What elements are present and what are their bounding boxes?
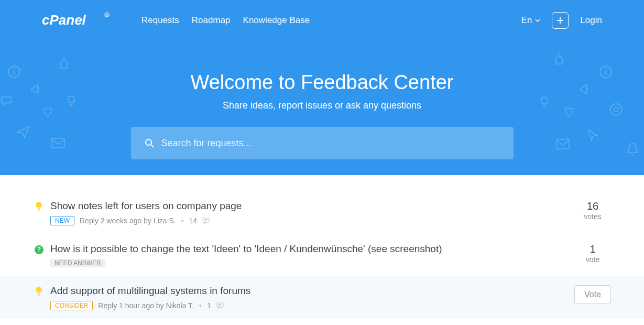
clap-deco-icon	[57, 57, 71, 71]
clap-deco-right-icon	[552, 52, 565, 66]
bulb-deco-icon	[65, 94, 78, 107]
row-main: How is it possible to change the text 'I…	[50, 243, 566, 267]
add-button[interactable]	[552, 12, 569, 29]
request-row[interactable]: Add support of multilingual systems in f…	[0, 276, 644, 319]
vote-block: 16 votes	[566, 200, 619, 221]
help-icon: ?	[35, 245, 43, 254]
request-meta: CONSIDER Reply 1 hour ago by Nikola T. •…	[50, 301, 566, 310]
vote-count: 1	[566, 243, 619, 255]
svg-text:R: R	[106, 14, 108, 17]
nav-requests[interactable]: Requests	[141, 15, 179, 26]
separator-dot: •	[199, 301, 202, 310]
comment-count: 14	[189, 216, 198, 225]
login-link[interactable]: Login	[580, 15, 602, 26]
hero-banner: cPanel R Requests Roadmap Knowledge Base…	[0, 0, 644, 175]
bulb-icon	[35, 201, 43, 212]
bulb-deco-right-icon	[538, 95, 551, 108]
svg-point-8	[614, 107, 618, 112]
svg-point-6	[605, 68, 606, 69]
svg-rect-15	[38, 210, 40, 211]
right-controls: En Login	[521, 12, 602, 29]
bell-deco-icon	[625, 142, 640, 156]
language-label: En	[521, 15, 532, 26]
request-meta: NEED ANSWER	[50, 259, 566, 267]
row-main: Add support of multilingual systems in f…	[50, 285, 566, 310]
vote-block: 1 vote	[566, 243, 619, 264]
request-list: Show notes left for users on company pag…	[0, 175, 644, 319]
hero-title: Welcome to Feedback Center	[0, 71, 644, 94]
status-badge: CONSIDER	[50, 301, 93, 310]
comment-count: 1	[207, 301, 211, 310]
hero-center: Welcome to Feedback Center Share ideas, …	[0, 29, 644, 159]
svg-rect-16	[203, 218, 209, 222]
megaphone-deco-icon	[29, 82, 43, 95]
heart-deco-icon	[41, 105, 54, 118]
search-input[interactable]	[161, 138, 500, 149]
chat-deco-icon	[0, 94, 13, 107]
heart-deco-right-icon	[562, 105, 576, 118]
plus-icon	[556, 17, 564, 24]
svg-point-12	[146, 139, 151, 145]
request-title[interactable]: How is it possible to change the text 'I…	[50, 243, 566, 255]
vote-count: 16	[566, 200, 619, 212]
svg-rect-14	[38, 208, 40, 209]
nav-knowledge-base[interactable]: Knowledge Base	[243, 15, 310, 26]
request-title[interactable]: Add support of multilingual systems in f…	[50, 285, 566, 297]
info-deco-right-icon	[599, 65, 613, 79]
request-title[interactable]: Show notes left for users on company pag…	[50, 200, 566, 212]
brand-logo[interactable]: cPanel R	[42, 12, 110, 29]
nav-roadmap[interactable]: Roadmap	[192, 15, 231, 26]
svg-rect-19	[38, 293, 40, 294]
reply-info: Reply 2 weeks ago by Liza S.	[80, 216, 176, 225]
vote-label: vote	[566, 255, 619, 264]
svg-rect-21	[217, 303, 223, 307]
language-selector[interactable]: En	[521, 15, 541, 26]
request-row[interactable]: Show notes left for users on company pag…	[0, 191, 644, 234]
svg-rect-3	[52, 138, 64, 148]
comment-icon	[202, 218, 210, 224]
vote-button[interactable]: Vote	[574, 285, 611, 304]
info-deco-icon	[7, 65, 21, 79]
request-meta: NEW Reply 2 weeks ago by Liza S. • 14	[50, 216, 566, 225]
row-type-icon	[25, 200, 50, 214]
topbar: cPanel R Requests Roadmap Knowledge Base…	[0, 0, 644, 29]
megaphone-deco-right-icon	[578, 82, 592, 95]
comment-icon	[216, 302, 224, 309]
row-main: Show notes left for users on company pag…	[50, 200, 566, 225]
svg-point-7	[610, 104, 622, 115]
svg-rect-20	[38, 295, 40, 296]
status-badge: NEED ANSWER	[50, 259, 105, 267]
main-nav: Requests Roadmap Knowledge Base	[141, 15, 310, 26]
cursor-deco-icon	[585, 128, 600, 143]
send-deco-icon	[16, 125, 30, 139]
vote-block: Vote	[566, 285, 619, 304]
vote-label: votes	[566, 212, 619, 221]
svg-point-2	[14, 68, 15, 69]
separator-dot: •	[181, 216, 184, 225]
row-type-icon: ?	[25, 243, 50, 254]
chevron-down-icon	[535, 18, 540, 23]
reply-info: Reply 1 hour ago by Nikola T.	[98, 301, 194, 310]
status-badge: NEW	[50, 216, 74, 225]
search-box[interactable]	[131, 127, 514, 159]
gear-deco-icon	[609, 103, 623, 116]
svg-rect-9	[556, 139, 569, 149]
svg-line-13	[151, 145, 154, 147]
mail-deco-right-icon	[555, 136, 571, 152]
logo-text: cPanel	[42, 12, 86, 28]
search-icon	[145, 138, 154, 148]
row-type-icon	[25, 285, 50, 299]
request-row[interactable]: ? How is it possible to change the text …	[0, 234, 644, 276]
bulb-icon	[35, 286, 43, 297]
mail-deco-icon	[50, 135, 66, 151]
